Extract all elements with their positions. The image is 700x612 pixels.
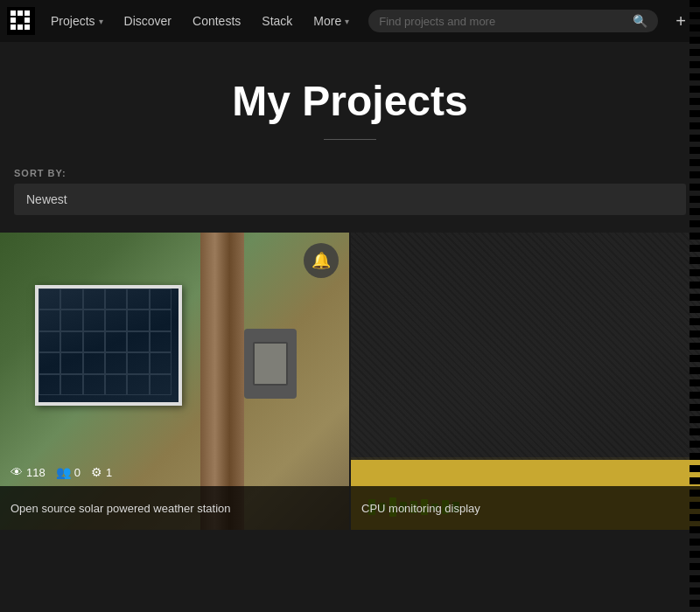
nav-contests[interactable]: Contests bbox=[184, 9, 249, 33]
svg-rect-7 bbox=[18, 24, 23, 30]
sort-label: SORT BY: bbox=[14, 168, 686, 178]
bell-icon: 🔔 bbox=[312, 251, 331, 270]
nav-discover[interactable]: Discover bbox=[116, 9, 180, 33]
teams-icon: ⚙ bbox=[91, 465, 102, 479]
svg-rect-1 bbox=[10, 10, 16, 16]
svg-rect-6 bbox=[10, 24, 16, 30]
page-title: My Projects bbox=[18, 77, 682, 125]
nav-projects[interactable]: Projects ▾ bbox=[42, 9, 112, 33]
teams-stat: ⚙ 1 bbox=[91, 465, 112, 479]
navbar: Projects ▾ Discover Contests Stack More … bbox=[0, 0, 700, 42]
search-icon[interactable]: 🔍 bbox=[633, 14, 648, 28]
header-divider bbox=[324, 139, 376, 140]
search-bar: 🔍 bbox=[368, 10, 658, 32]
nav-stack[interactable]: Stack bbox=[253, 9, 301, 33]
sort-dropdown[interactable]: Newest Oldest Most Liked Most Followed bbox=[14, 184, 686, 215]
solar-grid bbox=[38, 289, 172, 395]
project-caption-1: Open source solar powered weather statio… bbox=[0, 486, 349, 530]
search-input[interactable] bbox=[379, 15, 626, 28]
followers-stat: 👥 0 bbox=[56, 465, 80, 479]
svg-rect-8 bbox=[24, 24, 30, 30]
create-button[interactable]: + bbox=[668, 8, 693, 35]
project-card-2[interactable]: CPU monitoring display bbox=[351, 233, 700, 530]
more-chevron-icon: ▾ bbox=[345, 17, 349, 26]
project-card-1[interactable]: 🔔 👁 118 👥 0 ⚙ 1 Open source solar powere… bbox=[0, 233, 351, 530]
projects-chevron-icon: ▾ bbox=[99, 17, 103, 26]
svg-rect-2 bbox=[18, 10, 23, 16]
sort-section: SORT BY: Newest Oldest Most Liked Most F… bbox=[0, 157, 700, 222]
svg-rect-5 bbox=[24, 17, 30, 23]
project-caption-2: CPU monitoring display bbox=[351, 486, 700, 530]
nav-more[interactable]: More ▾ bbox=[304, 9, 358, 33]
views-icon: 👁 bbox=[10, 465, 23, 479]
site-logo[interactable] bbox=[7, 7, 35, 35]
stats-bar-1: 👁 118 👥 0 ⚙ 1 bbox=[0, 458, 349, 486]
views-stat: 👁 118 bbox=[10, 465, 46, 479]
svg-rect-3 bbox=[24, 10, 30, 16]
project-grid: 🔔 👁 118 👥 0 ⚙ 1 Open source solar powere… bbox=[0, 222, 700, 530]
svg-rect-4 bbox=[10, 17, 16, 23]
project-image-2 bbox=[351, 233, 700, 530]
page-header: My Projects bbox=[0, 42, 700, 157]
lantern bbox=[244, 329, 297, 399]
followers-icon: 👥 bbox=[56, 465, 71, 479]
lantern-glass bbox=[253, 342, 288, 386]
notification-button[interactable]: 🔔 bbox=[304, 243, 339, 278]
